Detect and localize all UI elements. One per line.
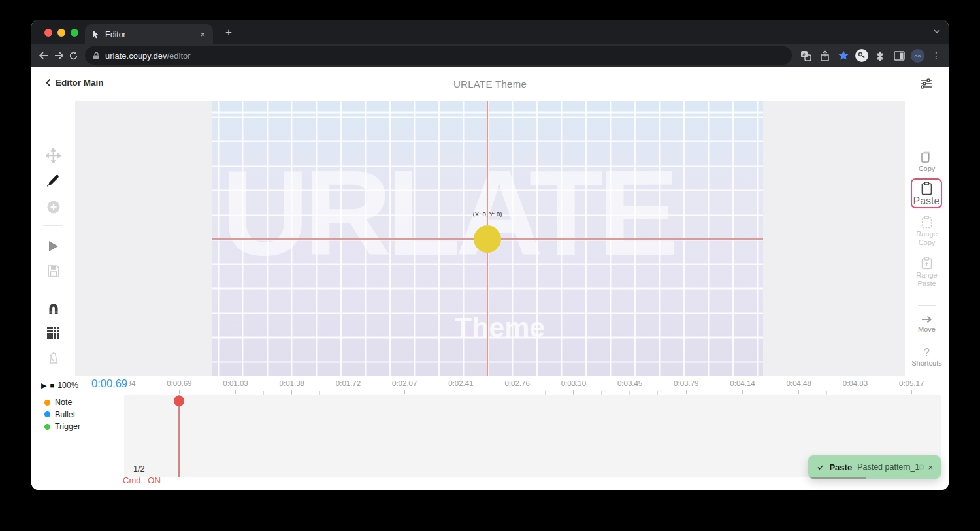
tick-label: 0:01.38 — [264, 376, 320, 395]
legend-label: Bullet — [55, 410, 75, 419]
tick-label: 0:04.14 — [714, 376, 770, 395]
forward-button[interactable] — [53, 47, 65, 64]
timeline-stop-button[interactable]: ■ — [50, 381, 54, 389]
address-bar[interactable]: urlate.coupy.dev/editor — [85, 46, 792, 65]
timeline-play-button[interactable]: ▶ — [41, 381, 46, 390]
left-toolbar — [31, 101, 75, 376]
toast-progress-bar — [808, 477, 866, 479]
page-title: URLATE Theme — [31, 78, 949, 89]
tick-label: 0:01.03 — [207, 376, 263, 395]
shortcuts-button[interactable]: ? Shortcuts — [905, 347, 949, 368]
tab-title: Editor — [105, 30, 199, 39]
minimize-window-button[interactable] — [57, 29, 65, 37]
range-copy-label: Range Copy — [905, 230, 949, 247]
legend-label: Trigger — [55, 422, 80, 431]
metronome-toggle-button[interactable] — [31, 351, 75, 365]
url-host: urlate.coupy.dev — [105, 51, 167, 61]
bullet-color-dot — [44, 411, 50, 417]
tick-label: 0:04.83 — [827, 376, 883, 395]
current-time-display: 0:00.69 — [90, 378, 129, 390]
legend-label: Note — [55, 398, 72, 407]
extensions-puzzle-icon[interactable] — [873, 48, 887, 63]
save-tool-button[interactable] — [31, 265, 75, 278]
close-window-button[interactable] — [44, 29, 52, 37]
legend-item-bullet: Bullet — [44, 409, 80, 421]
browser-menu-icon[interactable]: ⋮ — [929, 48, 943, 63]
note-node[interactable] — [474, 225, 501, 253]
add-tool-button[interactable] — [31, 200, 75, 214]
tab-search-chevron-icon[interactable] — [933, 29, 941, 34]
tick-label: 0:02.76 — [489, 376, 546, 395]
toast-close-icon[interactable]: × — [926, 462, 934, 472]
paste-button[interactable]: Paste — [911, 178, 942, 208]
toast-title: Paste — [829, 462, 852, 472]
shortcuts-label: Shortcuts — [905, 359, 949, 368]
tick-label: 0:04.48 — [771, 376, 827, 395]
timeline-ruler[interactable]: ▶ ■ 100% 0:00.34 0:00.69 0:01.03 0:01.38… — [31, 376, 949, 395]
tick-label: 0:02.41 — [433, 376, 489, 395]
back-button[interactable] — [38, 47, 50, 64]
legend-item-trigger: Trigger — [44, 421, 80, 433]
new-tab-button[interactable]: + — [221, 26, 237, 39]
copy-icon — [921, 150, 933, 163]
timeline-controls: ▶ ■ 100% — [41, 381, 78, 390]
note-color-dot — [44, 400, 50, 406]
copy-button[interactable]: Copy — [905, 150, 949, 173]
browser-navbar: urlate.coupy.dev/editor A — [31, 44, 949, 67]
right-toolbar: Copy Paste Range Copy Range Paste — [905, 101, 949, 376]
move-mode-button[interactable]: Move — [905, 315, 949, 334]
tick-label: 0:02.07 — [376, 376, 433, 395]
move-tool-button[interactable] — [31, 148, 75, 163]
note-type-legend: Note Bullet Trigger — [44, 396, 80, 433]
toast-extra-icon — [919, 463, 924, 471]
range-paste-label: Range Paste — [905, 271, 949, 288]
bookmark-star-icon[interactable] — [836, 48, 851, 63]
editor-page: Editor Main URLATE Theme — [31, 67, 949, 490]
tick-label: 0:03.10 — [546, 376, 602, 395]
toast-message: Pasted pattern_1 — [857, 462, 919, 472]
playfield-grid[interactable]: URLATE Theme (X: 0, Y: 0) — [212, 101, 763, 376]
browser-tab-editor[interactable]: Editor × — [85, 24, 213, 44]
toolbar-divider — [918, 305, 936, 306]
watermark-subtitle: Theme — [402, 312, 598, 344]
profile-avatar[interactable]: oo — [911, 49, 924, 63]
grid-toggle-button[interactable] — [31, 327, 75, 339]
browser-tabstrip: Editor × + — [31, 20, 949, 44]
translate-icon[interactable]: A — [798, 48, 813, 63]
range-copy-button[interactable]: Range Copy — [905, 216, 949, 247]
paste-success-toast: Paste Pasted pattern_1 × — [808, 455, 941, 479]
node-coordinate-label: (X: 0, Y: 0) — [438, 210, 536, 217]
paste-icon — [921, 182, 932, 195]
zoom-window-button[interactable] — [71, 29, 78, 37]
share-icon[interactable] — [817, 48, 832, 63]
cmd-status-indicator: Cmd : ON — [123, 475, 161, 485]
pencil-tool-button[interactable] — [31, 174, 75, 187]
range-paste-icon — [921, 257, 932, 270]
editor-body: URLATE Theme (X: 0, Y: 0) Copy — [31, 101, 949, 376]
lock-icon — [93, 52, 100, 60]
play-tool-button[interactable] — [31, 240, 75, 253]
password-key-avatar-icon[interactable] — [855, 49, 868, 62]
tick-label: 0:03.45 — [602, 376, 658, 395]
url-path: /editor — [167, 51, 190, 61]
trigger-color-dot — [44, 424, 50, 430]
tick-label: 0:03.79 — [658, 376, 714, 395]
cursor-favicon-icon — [91, 29, 100, 39]
tick-label: 0:05.17 — [883, 376, 939, 395]
reload-button[interactable] — [67, 47, 80, 64]
tab-close-icon[interactable]: × — [199, 29, 206, 39]
desktop-background: Editor × + urlate.coupy.dev/editor — [0, 0, 980, 531]
copy-label: Copy — [905, 165, 949, 173]
check-icon — [817, 463, 823, 472]
range-paste-button[interactable]: Range Paste — [905, 257, 949, 288]
side-panel-icon[interactable] — [892, 48, 906, 63]
browser-window: Editor × + urlate.coupy.dev/editor — [31, 20, 949, 490]
tick-label: 0:00.69 — [151, 376, 207, 395]
legend-item-note: Note — [44, 396, 80, 409]
tick-label: 0:01.72 — [320, 376, 376, 395]
settings-tune-icon[interactable] — [920, 78, 933, 89]
editor-canvas[interactable]: URLATE Theme (X: 0, Y: 0) — [75, 101, 905, 376]
magnet-snap-button[interactable] — [31, 302, 75, 315]
playhead-handle[interactable] — [174, 396, 184, 406]
timeline-zoom-level: 100% — [57, 381, 78, 390]
